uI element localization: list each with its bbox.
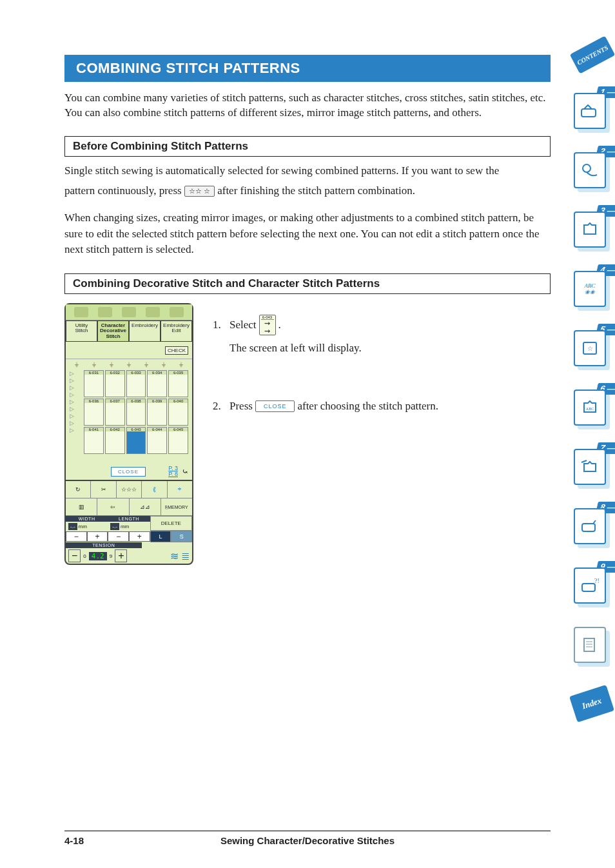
repeat-icon[interactable]: ☆☆☆	[117, 481, 142, 498]
tab-chapter-3[interactable]: 3 —	[574, 212, 610, 252]
continuous-sew-button-icon: ☆☆ ☆	[184, 186, 215, 197]
preview-column: ▷▷▷▷▷▷▷▷▷	[70, 370, 83, 462]
lcd-hook-row: ⏚⏚⏚⏚⏚⏚⏚	[66, 359, 192, 369]
width-minus[interactable]: −	[66, 531, 87, 542]
step-1: 1. Select 6-043 ⇝⇝ .	[213, 315, 551, 335]
body-1b-post: after finishing the stitch pattern combi…	[217, 184, 415, 197]
intro-paragraph: You can combine many varieties of stitch…	[64, 91, 551, 121]
hook-icon: ⏚	[139, 360, 153, 368]
tab-chapter-4[interactable]: 4 — ABC❀❀	[574, 271, 610, 311]
machine-icon	[146, 307, 160, 317]
tab-utility[interactable]: Utility Stitch	[66, 321, 97, 342]
stitch-6-042[interactable]: 6-042	[105, 427, 125, 454]
subheading-combining-decorative: Combining Decorative Stitch and Characte…	[64, 273, 551, 294]
stitch-6-035[interactable]: 6-035	[168, 370, 188, 397]
lcd-close-button[interactable]: CLOSE	[111, 467, 146, 477]
cut-icon[interactable]: ✂	[91, 481, 116, 498]
tab-index[interactable]: Index	[574, 686, 610, 726]
stitch-6-045[interactable]: 6-045	[168, 427, 188, 454]
tension-plus[interactable]: +	[115, 549, 127, 562]
step-1-followup: The screen at left will display.	[229, 342, 551, 355]
stitch-6-036[interactable]: 6-036	[84, 399, 104, 426]
lcd-tabs: Utility Stitch Character Decorative Stit…	[66, 321, 192, 342]
width-label: WIDTH	[66, 516, 108, 522]
step-2: 2. Press CLOSE after choosing the stitch…	[213, 400, 551, 413]
density-icon[interactable]: ▥	[66, 498, 97, 515]
rotate-icon[interactable]: ↻	[66, 481, 91, 498]
stitch-6-044[interactable]: 6-044	[147, 427, 167, 454]
tab-embroidery-edit[interactable]: Embroidery Edit	[161, 321, 192, 342]
width-plus[interactable]: +	[87, 531, 108, 542]
stitch-6-031[interactable]: 6-031	[84, 370, 104, 397]
hook-icon: ⏚	[122, 360, 137, 368]
stitch-6-037[interactable]: 6-037	[105, 399, 125, 426]
hook-icon: ⏚	[173, 360, 188, 368]
hook-icon: ⏚	[70, 360, 84, 368]
stitch-6-039[interactable]: 6-039	[147, 399, 167, 426]
delete-button[interactable]: DELETE	[150, 516, 192, 531]
needle-icon	[98, 307, 112, 317]
subheading-before-combining: Before Combining Stitch Patterns	[64, 136, 551, 157]
stitch-6-038[interactable]: 6-038	[126, 399, 146, 426]
tab-embroidery[interactable]: Embroidery	[129, 321, 161, 342]
memory-button[interactable]: ⎘MEMORY	[161, 498, 192, 515]
close-button-inline: CLOSE	[255, 400, 295, 412]
tab-chapter-6[interactable]: 6 — ABC	[574, 390, 610, 429]
page-footer: 4-18 Sewing Character/Decorative Stitche…	[64, 831, 551, 846]
stitch-6-034[interactable]: 6-034	[147, 370, 167, 397]
info-icon	[133, 344, 162, 356]
side-tabs: CONTENTS 1 — 2 — 3 — 4 — ABC❀❀ 5 — ☆ 6 —…	[574, 39, 615, 726]
flip-icon[interactable]: ⊿⊿	[130, 498, 161, 515]
stitch-6-041[interactable]: 6-041	[84, 427, 104, 454]
svg-rect-0	[581, 109, 596, 117]
check-button[interactable]: CHECK	[165, 346, 188, 355]
mirror-h-icon[interactable]: ⫩	[168, 481, 192, 498]
tab-contents[interactable]: CONTENTS	[574, 39, 610, 74]
tab-chapter-9[interactable]: 9 — ?!	[574, 567, 610, 607]
tension-minus[interactable]: −	[68, 549, 81, 562]
svg-text:☆: ☆	[587, 345, 593, 352]
size-S[interactable]: S	[171, 531, 192, 542]
svg-rect-8	[584, 638, 594, 651]
tab-chapter-2[interactable]: 2 —	[574, 152, 610, 192]
needle-pos-icon	[70, 344, 99, 356]
tab-character-decorative[interactable]: Character Decorative Stitch	[97, 321, 129, 342]
tab-chapter-5[interactable]: 5 — ☆	[574, 330, 610, 370]
thread-icon	[101, 344, 130, 356]
body-para-2: When changing sizes, creating mirror ima…	[64, 210, 551, 258]
hook-icon: ⏚	[87, 360, 102, 368]
tension-label: TENSION	[66, 542, 142, 548]
stitch-preview-icon: ≋ ≣	[170, 550, 190, 562]
select-stitch-button: 6-043 ⇝⇝	[259, 315, 276, 335]
direction-icon[interactable]: ⇦	[97, 498, 129, 515]
tab-blank[interactable]	[574, 627, 610, 667]
tab-chapter-7[interactable]: 7 —	[574, 449, 610, 489]
length-plus[interactable]: +	[129, 531, 150, 542]
lcd-screenshot: Utility Stitch Character Decorative Stit…	[64, 303, 193, 565]
stitch-6-033[interactable]: 6-033	[126, 370, 146, 397]
tab-chapter-1[interactable]: 1 —	[574, 93, 610, 133]
footer-title: Sewing Character/Decorative Stitches	[64, 835, 551, 846]
help-icon	[122, 307, 136, 317]
mirror-v-icon[interactable]: ⟪	[142, 481, 167, 498]
page-scroll-icon[interactable]: ⤿	[182, 467, 188, 476]
stitch-6-040[interactable]: 6-040	[168, 399, 188, 426]
stitch-6-043[interactable]: 6-043	[126, 427, 146, 454]
body-para-1b: pattern continuously, press ☆☆ ☆ after f…	[64, 183, 551, 199]
svg-point-1	[583, 164, 591, 172]
svg-text:ABC: ABC	[586, 407, 594, 411]
tension-value: 4.2	[89, 552, 107, 560]
svg-rect-6	[582, 584, 595, 591]
lcd-page-indicator: P. 3P. 8	[168, 466, 178, 477]
svg-rect-5	[582, 524, 595, 531]
length-minus[interactable]: −	[108, 531, 129, 542]
stitch-6-032[interactable]: 6-032	[105, 370, 125, 397]
hook-icon: ⏚	[156, 360, 171, 368]
foot-icon	[74, 307, 88, 317]
lcd-status-row: CHECK	[66, 342, 192, 359]
length-label: LENGTH	[108, 516, 150, 522]
svg-text:?!: ?!	[594, 577, 600, 584]
tab-chapter-8[interactable]: 8 —	[574, 508, 610, 548]
size-L[interactable]: L	[150, 531, 171, 542]
stitch-grid: ▷▷▷▷▷▷▷▷▷ 6-031 6-032 6-033 6-034 6-035 …	[66, 369, 192, 463]
